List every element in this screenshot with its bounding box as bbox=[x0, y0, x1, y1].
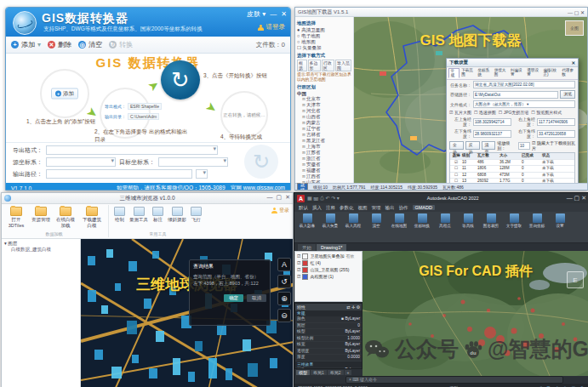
viewer-login[interactable]: 登录 bbox=[271, 207, 289, 214]
step1-add-button[interactable]: + 添加 bbox=[51, 88, 78, 100]
left-top-lon-input[interactable]: 108.3029942714 bbox=[473, 118, 511, 126]
delete-button[interactable]: ✕ 删除 bbox=[48, 40, 71, 49]
tree-item-province[interactable]: 福建省 bbox=[302, 168, 351, 174]
properties-tools[interactable]: ⇄ ✛ ⚙ bbox=[346, 304, 360, 310]
tab-parametric[interactable]: 参数化 bbox=[340, 205, 354, 211]
section-3d[interactable]: 三维效果 bbox=[295, 361, 362, 367]
ribbon-button[interactable]: 标注 bbox=[152, 207, 163, 223]
skin-menu[interactable]: 皮肤 ▾ bbox=[247, 9, 265, 19]
popup-ok-button[interactable]: 确定 bbox=[224, 294, 243, 302]
table-row[interactable]: ☑ 10 486 36.2M 0 未下载 bbox=[450, 160, 574, 167]
login-link[interactable]: 请登录 bbox=[258, 23, 286, 31]
target-crs-select[interactable] bbox=[158, 157, 228, 167]
layer-row[interactable]: ☑ 山顶_卫星底图 (255) bbox=[297, 266, 360, 273]
command-input[interactable]: × ⌨ 键入命令 bbox=[345, 376, 563, 384]
tree-item-province[interactable]: 上海市 bbox=[302, 144, 351, 150]
table-row[interactable]: ☐ 12 6808 473M 0 未下载 bbox=[450, 173, 574, 179]
section-general[interactable]: 常规 bbox=[295, 310, 362, 316]
select-invert-button[interactable]: 反选 bbox=[465, 141, 480, 150]
tree-item-province[interactable]: 北京市 bbox=[302, 96, 351, 102]
select-all-button[interactable]: 全选 bbox=[449, 141, 464, 150]
mode-button[interactable]: 导入范围 bbox=[335, 60, 351, 71]
browse-button[interactable] bbox=[196, 169, 208, 179]
tab-gmadd-active[interactable]: GMADD bbox=[413, 205, 435, 210]
dialog-tab[interactable]: 坐标系统 bbox=[477, 68, 492, 78]
window-controls[interactable]: — ▢ ✕ bbox=[567, 195, 586, 202]
table-row[interactable]: ☐ 11 1806 128M 0 未下载 bbox=[450, 166, 574, 173]
tab-model[interactable]: 模型 bbox=[296, 370, 310, 375]
ribbon-button[interactable]: 文字提取 bbox=[504, 213, 524, 228]
dialog-close-button[interactable]: ✕ bbox=[571, 60, 575, 65]
vector-overlay-check[interactable]: ☐ 矢量叠加 bbox=[297, 45, 351, 51]
map-type-radio[interactable]: ●高清卫星图 bbox=[297, 27, 351, 33]
layer-checkbox[interactable]: ☑ bbox=[297, 273, 300, 280]
tree-item-province[interactable]: 山东省 bbox=[302, 179, 351, 183]
scene-tool-button[interactable]: ⊕ bbox=[277, 292, 291, 305]
ribbon-button[interactable]: 查询坐标 bbox=[527, 213, 547, 228]
browse-button[interactable]: 浏览 bbox=[560, 90, 575, 99]
downloader-titlebar[interactable]: GIS地图下载器 V1.5.1 — ▢ ✕ bbox=[295, 8, 587, 17]
dialog-tab[interactable]: 纠偏设置 bbox=[509, 68, 524, 78]
viewcube-control[interactable]: E bbox=[567, 271, 584, 288]
right-top-lon-input[interactable]: 117.7147440906 bbox=[537, 118, 575, 126]
tab-manage[interactable]: 管理 bbox=[372, 205, 381, 211]
ribbon-button[interactable]: 清空 bbox=[366, 213, 386, 228]
tab-start[interactable]: 开始 bbox=[298, 244, 316, 251]
property-row[interactable]: 线宽ByLayer bbox=[295, 342, 362, 349]
viewer-3d-scene[interactable]: 三维地球浏览器 查询结果 查询范围（平台、地图、省份） 左下:4398，右上:8… bbox=[81, 239, 293, 387]
ribbon-button[interactable]: 坐标转换 bbox=[412, 213, 432, 228]
ribbon-button[interactable]: 打开3DTiles bbox=[5, 207, 27, 228]
tree-item-province[interactable]: 江苏省 bbox=[302, 150, 351, 156]
maximize-button[interactable]: ▢ bbox=[277, 194, 283, 201]
layer-row[interactable]: ☑ 红 (4) bbox=[297, 259, 360, 266]
layer-row[interactable]: ☑ 高程图层 (1) bbox=[297, 273, 360, 280]
tab-collaborate[interactable]: 协作 bbox=[399, 205, 408, 211]
property-row[interactable]: 线型ByLayer bbox=[295, 329, 362, 336]
ribbon-button[interactable]: 飞行 bbox=[191, 207, 202, 223]
tree-item-province[interactable]: 安徽省 bbox=[302, 162, 351, 168]
ribbon-button[interactable]: 绘制 bbox=[114, 207, 125, 223]
scene-tool-button[interactable]: A bbox=[277, 258, 291, 271]
property-row[interactable]: 颜色■ ByLayer bbox=[295, 316, 362, 323]
ribbon-button[interactable]: 在线地图 bbox=[389, 213, 409, 228]
ribbon-button[interactable]: 图形裁剪 bbox=[481, 213, 501, 228]
popup-cancel-button[interactable]: 取消 bbox=[247, 294, 266, 302]
ribbon-button[interactable]: 载入矢量 bbox=[320, 213, 340, 228]
tab-drawing1[interactable]: Drawing1* bbox=[317, 244, 346, 251]
table-row[interactable]: ☐ 13 26092 1.77G 0 未下载 bbox=[450, 179, 574, 183]
add-dropdown[interactable]: ▾ bbox=[37, 41, 41, 48]
left-bottom-lat-input[interactable]: 28.9800932137 bbox=[473, 130, 511, 138]
layer-checkbox[interactable]: ☑ bbox=[297, 253, 300, 259]
close-button[interactable]: ✕ bbox=[285, 194, 290, 201]
ribbon-button[interactable]: 设置 bbox=[550, 213, 570, 228]
task-name-input[interactable]: 湖北省_高清卫星大图[2022.02.08] bbox=[473, 81, 575, 88]
dialog-checkbox[interactable]: ☐ 预览图片样式 bbox=[531, 110, 562, 115]
export-format-select[interactable] bbox=[46, 145, 218, 155]
ribbon-button[interactable]: 等高线 bbox=[458, 213, 478, 228]
layer-checkbox[interactable]: ☑ bbox=[297, 266, 300, 273]
tab-default[interactable]: 默认 bbox=[299, 205, 308, 211]
ribbon-button[interactable]: 量测工具 bbox=[129, 207, 148, 223]
dialog-checkbox[interactable]: ☐ JPG无损压缩 bbox=[499, 110, 529, 115]
tab-layout2[interactable]: 布局2 bbox=[328, 370, 344, 375]
ribbon-button[interactable]: 下载建筑白模 bbox=[81, 207, 103, 229]
map-canvas[interactable]: GIS 地图下载器 全图 下载设置 ✕ 常规 下载范围 坐标系统 拼接大图 纠偏… bbox=[354, 17, 587, 183]
add-button[interactable]: + 添加 ▾ bbox=[11, 40, 41, 49]
scene-tool-button[interactable]: ⊖ bbox=[277, 309, 291, 322]
zoom-level-input[interactable]: 10 bbox=[518, 142, 530, 150]
source-crs-select[interactable] bbox=[46, 157, 116, 167]
property-row[interactable]: 图层0 bbox=[295, 323, 362, 330]
mode-button[interactable]: 框选 bbox=[297, 60, 307, 71]
tree-item-province[interactable]: 江西省 bbox=[302, 174, 351, 179]
row-checkbox[interactable]: ☑ bbox=[450, 160, 462, 166]
file-format-select[interactable]: 大图合并（超大图片，推荐） ▾ bbox=[473, 100, 575, 108]
dialog-checkbox[interactable]: ☐ 迅速拼图 bbox=[474, 110, 496, 115]
clear-button[interactable]: ◎ 清空 bbox=[78, 40, 102, 49]
ribbon-button[interactable]: 高程点 bbox=[435, 213, 455, 228]
tab-annotate[interactable]: 注释 bbox=[326, 205, 335, 211]
hide-level-check[interactable]: ☑ 隐藏大于下载级别瓦片 bbox=[532, 140, 575, 151]
tree-item-province[interactable]: 山西省 bbox=[302, 114, 351, 120]
tree-item-province[interactable]: 内蒙古 bbox=[302, 120, 351, 126]
tree-item-province[interactable]: 天津市 bbox=[302, 102, 351, 108]
property-row[interactable]: 透明度ByLayer bbox=[295, 349, 362, 356]
